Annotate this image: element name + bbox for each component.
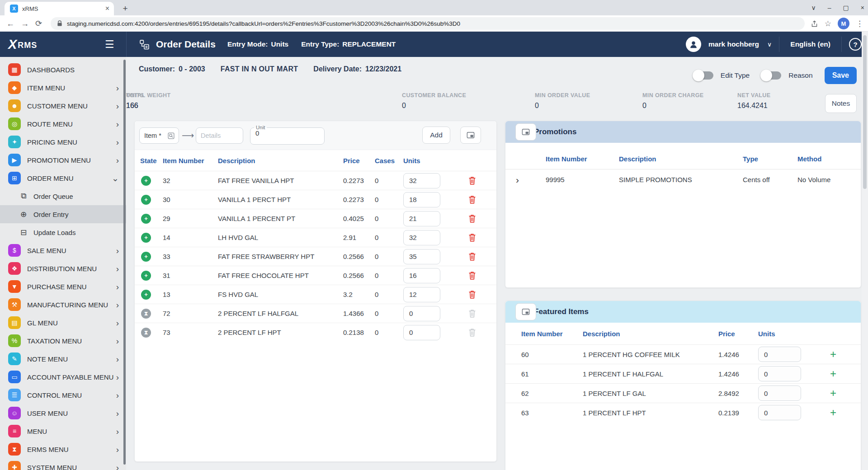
units-input[interactable] — [403, 211, 440, 226]
sidebar-item[interactable]: ⧉ Order Queue — [0, 187, 126, 205]
sidebar-item[interactable]: ⊕ Order Entry — [0, 205, 126, 223]
item-search-icon[interactable] — [167, 132, 175, 140]
window-minimize-icon[interactable]: – — [828, 4, 831, 11]
sidebar-item-label: Update Loads — [33, 229, 119, 236]
order-table-row: + 29 VANILLA 1 PERCENT PT 0.4025 0 — [135, 209, 496, 228]
url-bar[interactable]: staging.numericdsd.com:4200/orders/entri… — [51, 17, 805, 30]
add-featured-item-icon[interactable]: + — [830, 368, 836, 379]
forward-icon[interactable]: → — [21, 19, 29, 28]
sidebar-item-label: Order Queue — [33, 193, 119, 200]
sidebar-item[interactable]: ⚒ MANUFACTURING MENU › — [0, 296, 126, 314]
browser-menu-icon[interactable]: ⋮ — [856, 20, 863, 28]
browser-profile-avatar[interactable]: M — [838, 18, 849, 29]
notes-button[interactable]: Notes — [825, 94, 857, 113]
delete-row-icon[interactable] — [468, 271, 476, 280]
sidebar-item-icon: ⧉ — [18, 190, 29, 202]
reason-toggle[interactable] — [761, 71, 781, 80]
bookmark-star-icon[interactable]: ☆ — [825, 20, 831, 28]
units-input[interactable] — [403, 249, 440, 264]
sidebar-item[interactable]: ▦ DASHBOARDS — [0, 61, 126, 79]
chevron-icon: › — [116, 445, 119, 454]
expand-row-chevron-icon[interactable]: › — [514, 175, 546, 184]
expand-featured-icon[interactable] — [515, 303, 536, 320]
add-item-button[interactable]: Add — [422, 127, 450, 144]
sidebar-item[interactable]: $ SALE MENU › — [0, 241, 126, 259]
sidebar-item[interactable]: ❖ DISTRIBUTION MENU › — [0, 259, 126, 277]
units-input[interactable] — [758, 366, 801, 381]
window-close-icon[interactable]: × — [861, 4, 864, 11]
sidebar-item-icon: ⊟ — [18, 226, 29, 239]
entry-type-value: REPLACEMENT — [342, 40, 396, 48]
add-featured-item-icon[interactable]: + — [830, 349, 836, 360]
delete-row-icon[interactable] — [468, 309, 476, 318]
units-input[interactable] — [403, 325, 440, 340]
share-icon[interactable] — [811, 20, 818, 28]
sidebar-item[interactable]: ▭ ACCOUNT PAYABLE MENU › — [0, 368, 126, 386]
user-name[interactable]: mark hochberg — [708, 40, 759, 48]
featured-row: 62 1 PERCENT LF GAL 2.8492 + — [505, 383, 861, 403]
user-menu-chevron-icon[interactable]: ∨ — [767, 41, 772, 48]
units-input[interactable] — [758, 405, 801, 420]
cell-cases: 0 — [375, 310, 403, 317]
sidebar-item[interactable]: % TAXATION MENU › — [0, 332, 126, 350]
units-input[interactable] — [758, 385, 801, 401]
add-featured-item-icon[interactable]: + — [830, 407, 836, 418]
sidebar-scrollbar[interactable] — [123, 60, 126, 465]
units-input[interactable] — [403, 268, 440, 283]
user-avatar[interactable] — [686, 37, 701, 52]
entry-type: Entry Type: REPLACEMENT — [301, 40, 396, 48]
window-maximize-icon[interactable]: ▢ — [843, 4, 849, 11]
back-icon[interactable]: ← — [6, 19, 14, 28]
delete-row-icon[interactable] — [468, 195, 476, 204]
units-input[interactable] — [403, 306, 440, 321]
units-input[interactable] — [403, 287, 440, 302]
help-icon[interactable]: ? — [849, 38, 862, 51]
delete-row-icon[interactable] — [468, 233, 476, 242]
edit-type-toggle[interactable] — [693, 71, 713, 80]
sidebar-item[interactable]: ✚ SYSTEM MENU › — [0, 458, 126, 470]
details-input[interactable] — [196, 127, 243, 144]
cell-cases: 0 — [375, 177, 403, 184]
page-scrollbar-thumb[interactable] — [863, 35, 867, 189]
sidebar-item[interactable]: ☰ CONTROL MENU › — [0, 386, 126, 404]
units-input[interactable] — [403, 173, 440, 188]
language-selector[interactable]: English (en) — [787, 40, 834, 48]
cell-price: 0.2566 — [343, 272, 375, 279]
tab-close-icon[interactable]: × — [105, 5, 109, 12]
units-input[interactable] — [403, 192, 440, 207]
hamburger-menu-icon[interactable]: ☰ — [105, 32, 114, 57]
sidebar-item[interactable]: ☻ CUSTOMER MENU › — [0, 97, 126, 115]
sidebar-item[interactable]: ⧗ ERMS MENU › — [0, 440, 126, 458]
units-input[interactable] — [403, 230, 440, 245]
delete-row-icon[interactable] — [468, 252, 476, 261]
reload-icon[interactable]: ⟳ — [35, 19, 42, 28]
delete-row-icon[interactable] — [468, 214, 476, 223]
sidebar-item[interactable]: ✎ NOTE MENU › — [0, 350, 126, 368]
expand-promotions-icon[interactable] — [515, 123, 536, 141]
expand-order-table-icon[interactable] — [460, 127, 481, 144]
units-input[interactable] — [758, 347, 801, 362]
sidebar-item[interactable]: ◆ ITEM MENU › — [0, 79, 126, 97]
delete-row-icon[interactable] — [468, 290, 476, 299]
sidebar-item[interactable]: ☺ USER MENU › — [0, 404, 126, 422]
delete-row-icon[interactable] — [468, 328, 476, 337]
col-description: Description — [619, 155, 743, 163]
tab-search-icon[interactable]: ∨ — [811, 4, 816, 11]
sidebar-item[interactable]: ✦ PRICING MENU › — [0, 133, 126, 151]
sidebar-item[interactable]: ⊞ ORDER MENU ⌄ — [0, 169, 126, 187]
save-button[interactable]: Save — [825, 67, 857, 84]
item-input[interactable]: Item * — [139, 127, 179, 144]
add-featured-item-icon[interactable]: + — [830, 388, 836, 399]
sidebar-item[interactable]: ≡ MENU › — [0, 422, 126, 440]
sidebar-item[interactable]: ⊟ Update Loads — [0, 223, 126, 241]
page-scrollbar[interactable] — [862, 32, 868, 470]
sidebar-item[interactable]: ▤ GL MENU › — [0, 314, 126, 332]
sidebar-item[interactable]: ▶ PROMOTION MENU › — [0, 151, 126, 169]
new-tab-button[interactable]: + — [119, 3, 131, 14]
sidebar-item[interactable]: ▼ PURCHASE MENU › — [0, 277, 126, 296]
browser-tab[interactable]: X xRMS × — [5, 2, 114, 15]
unit-input[interactable]: Unit 0 — [250, 125, 325, 145]
sidebar-item-label: ITEM MENU — [27, 84, 116, 92]
sidebar-item[interactable]: ◎ ROUTE MENU › — [0, 115, 126, 133]
delete-row-icon[interactable] — [468, 176, 476, 185]
